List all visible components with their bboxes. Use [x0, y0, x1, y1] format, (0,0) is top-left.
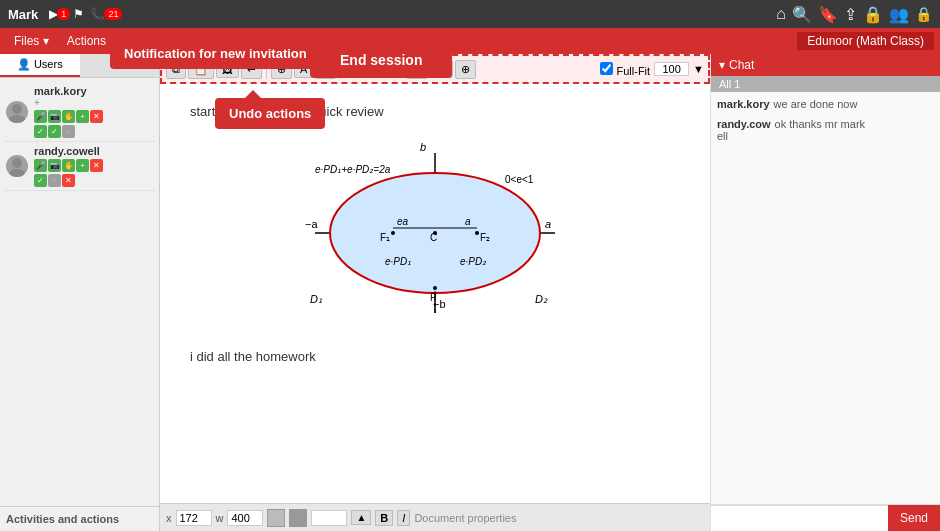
check2-btn[interactable]: ✓	[34, 125, 47, 138]
check-btn[interactable]: +	[76, 110, 89, 123]
chat-msg-row-2: randy.cow ok thanks mr mark	[717, 118, 934, 130]
phone-icon[interactable]: 📞	[90, 7, 105, 21]
users-list: mark.kory + 🎤 📷 ✋ + ✕ ✓ ✓ ·	[0, 78, 159, 195]
close-btn[interactable]: ✕	[90, 110, 103, 123]
chat-send-area: Send	[711, 504, 940, 531]
svg-point-0	[12, 104, 22, 114]
check4-btn[interactable]: +	[76, 159, 89, 172]
send-button[interactable]: Send	[888, 505, 940, 531]
share-icon[interactable]: ⇪	[844, 5, 857, 24]
left-panel: 👤 Users ⊞ mark.kory + 🎤 📷 ✋	[0, 54, 160, 531]
color-box-2[interactable]	[289, 509, 307, 527]
bold-btn[interactable]: B	[375, 510, 393, 526]
gray2-btn[interactable]: ·	[48, 174, 61, 187]
mic2-btn[interactable]: 🎤	[34, 159, 47, 172]
font-size-up-btn[interactable]: ▲	[351, 510, 371, 525]
ellipse-diagram: b a −a D₂ D₁ −b F₁ C F₂ P ea a e	[285, 133, 585, 333]
zoom-in-btn[interactable]: ⊕	[455, 60, 476, 79]
font-size-input[interactable]: 33	[311, 510, 347, 526]
list-item: mark.kory + 🎤 📷 ✋ + ✕ ✓ ✓ ·	[4, 82, 155, 142]
svg-text:F₁: F₁	[380, 232, 390, 243]
bottom-bar: x w 33 ▲ B I Document properties	[160, 503, 710, 531]
files-menu[interactable]: Files ▾	[6, 32, 57, 50]
undo-tooltip: Undo actions	[215, 98, 325, 129]
search-icon[interactable]: 🔍	[792, 5, 812, 24]
svg-text:a: a	[465, 216, 471, 227]
user-action-row: 🎤 📷 ✋ + ✕	[34, 110, 153, 123]
chat-text-3: ell	[717, 130, 934, 142]
user-action-row: 🎤 📷 ✋ + ✕	[34, 159, 153, 172]
users-icon[interactable]: 👥	[889, 5, 909, 24]
document-area[interactable]: start our class with a quick review b a …	[160, 84, 710, 503]
svg-text:e·PD₁+e·PD₂=2a: e·PD₁+e·PD₂=2a	[315, 164, 391, 175]
gray-btn[interactable]: ·	[62, 125, 75, 138]
check5-btn[interactable]: ✓	[34, 174, 47, 187]
toolbar-right: Full-Fit 100 ▼	[600, 62, 704, 77]
mic-btn[interactable]: 🎤	[34, 110, 47, 123]
user-status: +	[34, 97, 153, 108]
color-box-1[interactable]	[267, 509, 285, 527]
w-input[interactable]	[227, 510, 263, 526]
italic-btn[interactable]: I	[397, 510, 410, 526]
chat-text-1: we are done now	[774, 98, 858, 110]
tab-users[interactable]: 👤 Users	[0, 54, 80, 77]
chat-header[interactable]: ▾ Chat	[711, 54, 940, 76]
activities-title: Activities and actions	[6, 513, 153, 525]
fullfit-checkbox[interactable]	[600, 62, 613, 75]
cam2-btn[interactable]: 📷	[48, 159, 61, 172]
user-name: randy.cowell	[34, 145, 153, 157]
notification-tooltip: Notification for new invitation	[110, 38, 321, 69]
zoom-down-btn[interactable]: ▼	[693, 63, 704, 75]
check3-btn[interactable]: ✓	[48, 125, 61, 138]
doc-text-2: i did all the homework	[190, 349, 680, 364]
hand-btn[interactable]: ✋	[62, 110, 75, 123]
svg-text:e·PD₁: e·PD₁	[385, 256, 411, 267]
lock-icon[interactable]: 🔒	[863, 5, 883, 24]
fullfit-label: Full-Fit	[600, 62, 650, 77]
avatar	[6, 101, 28, 123]
top-bar: Mark ▶ 1 ⚑ 📞 21 ⌂ 🔍 🔖 ⇪ 🔒 👥 🔒	[0, 0, 940, 28]
svg-text:e·PD₂: e·PD₂	[460, 256, 487, 267]
svg-text:0<e<1: 0<e<1	[505, 174, 534, 185]
chat-message: mark.kory we are done now	[717, 98, 934, 110]
users-icon-small: 👤	[17, 58, 31, 70]
cam-btn[interactable]: 📷	[48, 110, 61, 123]
center-area: ⧉ 📋 🖼 ↩ ⊕ A ✏ — ⚠ → ⊕ Full-Fit 100 ▼	[160, 54, 710, 531]
chat-title: Chat	[729, 58, 754, 72]
zoom-input[interactable]: 100	[654, 62, 689, 76]
user-info: randy.cowell 🎤 📷 ✋ + ✕ ✓ · ✕	[34, 145, 153, 187]
svg-text:−a: −a	[305, 218, 318, 230]
svg-point-1	[9, 115, 25, 123]
badge-2: 21	[104, 8, 122, 20]
x-input[interactable]	[176, 510, 212, 526]
chat-msg-row: mark.kory we are done now	[717, 98, 934, 110]
svg-point-17	[433, 231, 437, 235]
close2-btn[interactable]: ✕	[90, 159, 103, 172]
chat-input[interactable]	[711, 505, 888, 531]
user-action-row3: ✓ · ✕	[34, 174, 153, 187]
svg-text:D₁: D₁	[310, 293, 322, 305]
svg-text:F₂: F₂	[480, 232, 490, 243]
bookmark-icon[interactable]: 🔖	[818, 5, 838, 24]
avatar	[6, 155, 28, 177]
chat-text-2: ok thanks mr mark	[775, 118, 865, 130]
chat-sender-2: randy.cow	[717, 118, 771, 130]
hand2-btn[interactable]: ✋	[62, 159, 75, 172]
svg-point-2	[12, 158, 22, 168]
home-icon[interactable]: ⌂	[776, 5, 786, 23]
settings-lock-icon[interactable]: 🔒	[915, 6, 932, 22]
red2-btn[interactable]: ✕	[62, 174, 75, 187]
doc-properties-label: Document properties	[414, 512, 704, 524]
x-label: x	[166, 512, 172, 524]
actions-menu[interactable]: Actions	[59, 32, 114, 50]
svg-text:D₂: D₂	[535, 293, 548, 305]
flag-icon[interactable]: ⚑	[73, 7, 84, 21]
chat-all-bar: All 1	[711, 76, 940, 92]
chat-messages: mark.kory we are done now randy.cow ok t…	[711, 92, 940, 504]
user-action-row2: ✓ ✓ ·	[34, 125, 153, 138]
chat-all-label: All 1	[719, 78, 740, 90]
svg-text:ea: ea	[397, 216, 409, 227]
chat-sender-1: mark.kory	[717, 98, 770, 110]
chat-arrow-icon: ▾	[719, 58, 725, 72]
chat-message: randy.cow ok thanks mr mark ell	[717, 118, 934, 142]
